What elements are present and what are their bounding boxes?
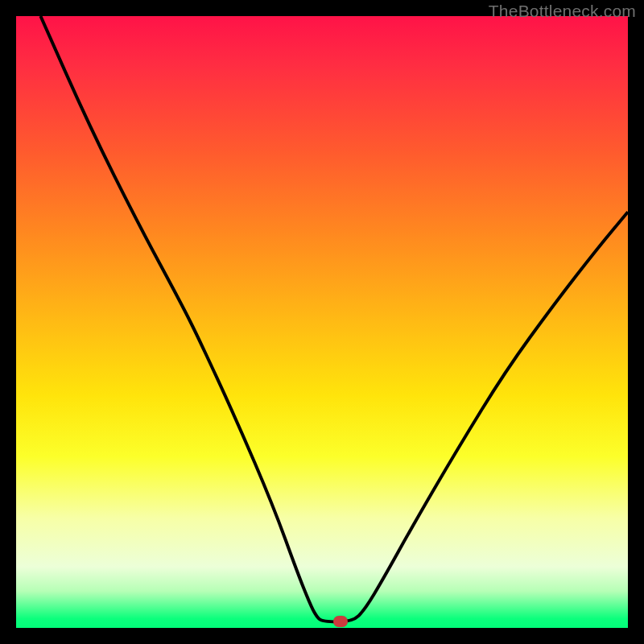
curve-layer [16,16,628,628]
watermark-text: TheBottleneck.com [489,2,636,21]
chart-frame: TheBottleneck.com [0,0,644,644]
plot-area [16,16,628,628]
bottleneck-curve [40,16,628,621]
optimal-point-marker [333,616,348,627]
